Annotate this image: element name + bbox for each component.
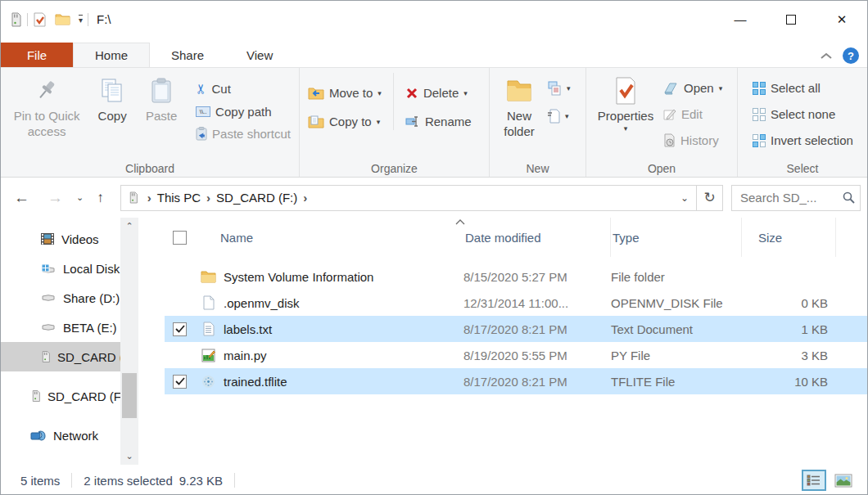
scrollbar-thumb[interactable]	[122, 373, 137, 417]
sidebar-item-beta-e[interactable]: BETA (E:)	[1, 313, 138, 342]
open-icon	[663, 82, 679, 95]
sidebar-item-share-d[interactable]: Share (D:)	[1, 283, 138, 313]
tab-view[interactable]: View	[225, 43, 294, 67]
row-checkbox-checked[interactable]	[173, 375, 187, 389]
tflite-file-icon	[197, 375, 219, 389]
invert-selection-button[interactable]: Invert selection	[749, 132, 857, 149]
recent-locations-icon[interactable]: ⌄	[75, 192, 85, 203]
header-checkbox[interactable]	[173, 231, 187, 245]
select-none-button[interactable]: Select none	[749, 106, 857, 123]
column-header-type[interactable]: Type	[611, 218, 742, 257]
table-row[interactable]: labels.txt 8/17/2020 8:21 PM Text Docume…	[165, 316, 867, 342]
tab-file[interactable]: File	[1, 43, 73, 67]
close-button[interactable]: ✕	[816, 1, 867, 38]
table-row[interactable]: .openmv_disk 12/31/2014 11:00... OPENMV_…	[165, 290, 867, 316]
text-file-icon	[197, 322, 219, 336]
divider	[27, 13, 28, 26]
cut-button[interactable]: ✂ Cut	[192, 79, 294, 98]
back-icon[interactable]: ←	[7, 189, 36, 207]
table-row[interactable]: main.py 8/19/2020 5:55 PM PY File 3 KB	[165, 342, 867, 368]
column-header-size[interactable]: Size	[742, 218, 836, 257]
sidebar-item-sd-card-f[interactable]: SD_CARD (F:)	[1, 381, 138, 411]
up-icon[interactable]: ↑	[90, 190, 111, 206]
search-input[interactable]	[740, 191, 843, 205]
chevron-down-icon: ▾	[567, 84, 571, 92]
forward-icon[interactable]: →	[41, 189, 70, 207]
pin-to-quick-access-button[interactable]: Pin to Quick access	[6, 73, 88, 143]
help-icon[interactable]: ?	[843, 47, 859, 64]
chevron-down-icon: ▾	[624, 124, 628, 133]
ribbon-group-organize: Move to ▾ Copy to ▾ Delete ▾	[300, 68, 490, 177]
breadcrumb-this-pc[interactable]: This PC	[157, 191, 201, 205]
qat-new-folder-icon[interactable]	[55, 13, 70, 25]
python-file-icon	[197, 349, 219, 362]
divider	[71, 473, 72, 488]
properties-icon	[614, 76, 637, 106]
group-label-new: New	[490, 162, 585, 175]
tab-home[interactable]: Home	[73, 43, 150, 67]
copy-path-icon: \\..	[196, 106, 210, 117]
items-count: 5 items	[20, 474, 60, 488]
details-view-button[interactable]	[802, 470, 826, 491]
sd-card-icon	[40, 350, 51, 363]
rename-icon	[405, 115, 420, 128]
sidebar-item-local-disk[interactable]: Local Disk (	[1, 254, 138, 283]
sidebar-item-videos[interactable]: Videos	[1, 224, 138, 254]
move-to-button[interactable]: Move to ▾	[305, 84, 385, 101]
row-checkbox-checked[interactable]	[173, 322, 187, 336]
group-label-clipboard: Clipboard	[1, 162, 299, 175]
maximize-icon	[786, 15, 796, 25]
local-disk-icon	[40, 263, 57, 274]
large-icons-view-button[interactable]	[831, 470, 856, 491]
easy-access-button[interactable]: ▾	[544, 79, 574, 97]
table-row[interactable]: System Volume Information 8/15/2020 5:27…	[165, 263, 867, 290]
sidebar-scrollbar[interactable]: ⌃ ⌄	[120, 218, 138, 465]
quick-access-toolbar: ▾	[33, 12, 83, 27]
window-title: F:\	[97, 12, 111, 26]
title-bar: ▾ F:\ — ✕	[1, 1, 867, 38]
scroll-up-icon[interactable]: ⌃	[125, 218, 133, 235]
maximize-button[interactable]	[766, 1, 816, 38]
select-all-button[interactable]: Select all	[749, 79, 857, 97]
refresh-icon[interactable]: ↻	[696, 186, 722, 210]
open-button[interactable]: Open ▾	[660, 79, 726, 97]
qat-customize-dropdown-icon[interactable]: ▾	[79, 15, 83, 25]
copy-button[interactable]: Copy	[88, 73, 137, 128]
collapse-ribbon-icon[interactable]	[820, 52, 833, 60]
move-to-icon	[308, 87, 324, 100]
new-folder-icon	[504, 76, 534, 106]
copy-path-button[interactable]: \\.. Copy path	[192, 103, 294, 120]
minimize-button[interactable]: —	[715, 1, 766, 38]
ribbon: Pin to Quick access Copy Paste ✂ Cut \\.…	[1, 67, 867, 178]
column-header-date-modified[interactable]: Date modified	[463, 218, 611, 257]
tab-share[interactable]: Share	[150, 43, 225, 67]
easy-access-icon	[547, 81, 562, 96]
group-label-organize: Organize	[300, 162, 489, 175]
qat-properties-icon[interactable]	[33, 12, 47, 27]
paste-button[interactable]: Paste	[137, 73, 186, 128]
history-button[interactable]: History	[660, 132, 726, 149]
sidebar-item-network[interactable]: Network	[1, 421, 138, 450]
edit-button[interactable]: Edit	[660, 106, 726, 123]
address-bar[interactable]: › This PC › SD_CARD (F:) › ⌄ ↻	[120, 185, 723, 211]
scroll-down-icon[interactable]: ⌄	[125, 448, 133, 465]
navigation-bar: ← → ⌄ ↑ › This PC › SD_CARD (F:) › ⌄ ↻	[1, 178, 867, 218]
delete-button[interactable]: Delete ▾	[402, 84, 475, 101]
search-icon[interactable]	[843, 191, 855, 204]
breadcrumb-sd-card[interactable]: SD_CARD (F:)	[216, 191, 297, 205]
table-row[interactable]: trained.tflite 8/17/2020 8:21 PM TFLITE …	[165, 368, 867, 394]
search-box[interactable]	[731, 185, 861, 211]
navigation-pane: Videos Local Disk ( Share (D:) BETA (E:)…	[1, 218, 138, 465]
address-dropdown-icon[interactable]: ⌄	[673, 186, 696, 210]
copy-to-button[interactable]: Copy to ▾	[305, 113, 385, 130]
rename-button[interactable]: Rename	[402, 113, 475, 130]
ribbon-group-open: Properties ▾ Open ▾ Edit Histo	[586, 68, 738, 177]
column-header-name[interactable]: Name	[219, 218, 463, 257]
breadcrumb-chevron-icon: ›	[201, 191, 216, 205]
paste-shortcut-button[interactable]: Paste shortcut	[192, 125, 294, 142]
sidebar-item-sd-card-f-selected[interactable]: SD_CARD (F	[1, 342, 138, 371]
new-folder-button[interactable]: New folder	[495, 73, 544, 143]
divider	[88, 13, 88, 26]
properties-button[interactable]: Properties ▾	[591, 73, 660, 137]
new-item-button[interactable]: ▾	[544, 107, 574, 125]
